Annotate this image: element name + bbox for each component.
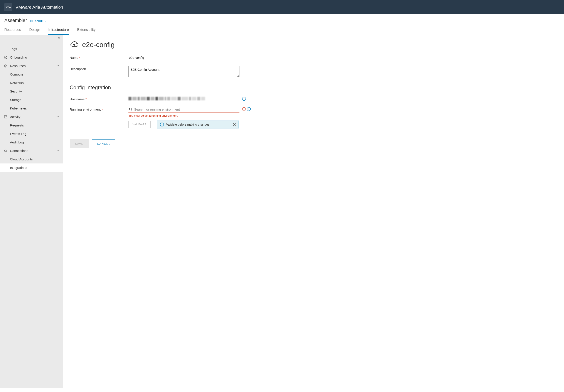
tab-infrastructure[interactable]: Infrastructure: [48, 26, 69, 35]
sidebar-label: Onboarding: [10, 56, 27, 59]
tab-resources[interactable]: Resources: [4, 26, 21, 35]
hostname-value-redacted: [128, 96, 240, 101]
change-context-link[interactable]: CHANGE: [30, 19, 46, 23]
label-name: Name*: [70, 55, 128, 59]
sidebar: Tags Onboarding Resources Compute Networ…: [0, 35, 63, 388]
activity-icon: [4, 115, 8, 119]
required-marker: *: [79, 56, 81, 59]
required-marker: *: [102, 108, 103, 111]
validate-button[interactable]: VALIDATE: [128, 121, 151, 128]
sidebar-item-tags[interactable]: Tags: [0, 45, 63, 53]
required-marker: *: [85, 97, 87, 101]
context-title: Assembler: [4, 18, 27, 23]
close-icon[interactable]: [233, 123, 236, 126]
name-input[interactable]: [128, 55, 240, 61]
sidebar-label: Networks: [10, 81, 24, 85]
chevron-down-icon: [56, 64, 59, 68]
tab-extensibility[interactable]: Extensibility: [77, 26, 96, 35]
sidebar-item-activity[interactable]: Activity: [0, 112, 63, 121]
sidebar-item-networks[interactable]: Networks: [0, 79, 63, 87]
cloud-icon: [4, 149, 8, 153]
svg-line-7: [131, 110, 132, 111]
search-icon: [129, 108, 132, 111]
save-button[interactable]: SAVE: [70, 139, 89, 148]
sidebar-label: Kubernetes: [10, 106, 27, 110]
sidebar-item-security[interactable]: Security: [0, 87, 63, 96]
change-label: CHANGE: [30, 19, 43, 23]
info-icon[interactable]: [247, 107, 251, 111]
label-hostname: Hostname*: [70, 96, 128, 101]
running-env-input[interactable]: [128, 106, 240, 113]
sidebar-label: Tags: [10, 47, 17, 51]
section-title: Config Integration: [70, 84, 557, 91]
running-env-error: You must select a running environment.: [128, 114, 240, 117]
main-content: e2e-config Name* Description Config Inte…: [63, 35, 564, 388]
sidebar-label: Security: [10, 89, 22, 93]
alert-text: Validate before making changes.: [166, 123, 210, 126]
sidebar-label: Connections: [10, 149, 28, 153]
svg-point-13: [244, 110, 244, 110]
chevron-down-icon: [44, 20, 46, 22]
error-icon: [242, 107, 246, 111]
chevron-down-icon: [56, 115, 59, 119]
sidebar-label: Cloud Accounts: [10, 157, 33, 161]
sidebar-label: Activity: [10, 115, 20, 119]
app-header: vmw VMware Aria Automation: [0, 0, 564, 14]
sidebar-item-storage[interactable]: Storage: [0, 96, 63, 104]
sidebar-item-compute[interactable]: Compute: [0, 70, 63, 79]
svg-point-6: [129, 108, 131, 110]
sidebar-item-kubernetes[interactable]: Kubernetes: [0, 104, 63, 112]
svg-line-1: [5, 56, 7, 58]
sidebar-label: Requests: [10, 123, 24, 127]
svg-point-9: [162, 124, 162, 124]
context-bar: Assembler CHANGE: [0, 14, 564, 26]
sidebar-label: Events Log: [10, 132, 26, 136]
cube-icon: [4, 64, 8, 68]
info-icon: [160, 123, 164, 126]
main-tabs: Resources Design Infrastructure Extensib…: [0, 26, 564, 35]
sidebar-item-cloud-accounts[interactable]: Cloud Accounts: [0, 155, 63, 164]
sidebar-label: Resources: [10, 64, 26, 68]
cloud-sync-icon: [70, 40, 79, 49]
sidebar-item-integrations[interactable]: Integrations: [0, 164, 63, 172]
sidebar-label: Integrations: [10, 166, 27, 169]
product-title: VMware Aria Automation: [15, 5, 63, 10]
svg-point-4: [244, 98, 244, 98]
label-description: Description: [70, 66, 128, 71]
sidebar-item-events-log[interactable]: Events Log: [0, 129, 63, 138]
target-icon: [4, 56, 8, 59]
sidebar-label: Audit Log: [10, 140, 24, 144]
vmware-logo: vmw: [4, 3, 12, 11]
sidebar-item-resources[interactable]: Resources: [0, 62, 63, 70]
chevron-down-icon: [56, 149, 59, 153]
sidebar-item-requests[interactable]: Requests: [0, 121, 63, 129]
double-chevron-left-icon: [57, 37, 61, 40]
cancel-button[interactable]: CANCEL: [92, 139, 116, 148]
sidebar-item-audit-log[interactable]: Audit Log: [0, 138, 63, 146]
sidebar-item-connections[interactable]: Connections: [0, 146, 63, 155]
validate-alert: Validate before making changes.: [157, 121, 239, 128]
page-title: e2e-config: [82, 41, 114, 49]
description-textarea[interactable]: [128, 66, 240, 77]
sidebar-label: Compute: [10, 72, 23, 76]
info-icon[interactable]: [242, 97, 246, 101]
sidebar-item-onboarding[interactable]: Onboarding: [0, 53, 63, 62]
svg-point-15: [249, 108, 249, 109]
tab-design[interactable]: Design: [29, 26, 40, 35]
label-running-env: Running environment*: [70, 106, 128, 111]
collapse-sidebar-button[interactable]: [57, 37, 61, 41]
sidebar-label: Storage: [10, 98, 22, 102]
